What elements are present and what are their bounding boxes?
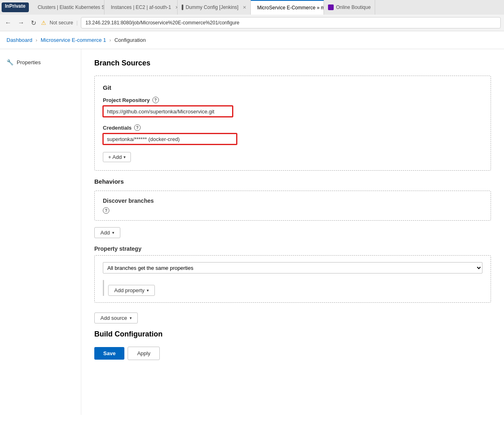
dummy-favicon [182,4,183,10]
not-secure-label: Not secure [50,20,73,26]
credentials-help-icon[interactable]: ? [134,124,141,131]
sidebar: 🔧 Properties [0,49,81,415]
project-repo-field-group: Project Repository ? [103,97,482,117]
property-strategy-box: All branches get the same properties Add… [94,255,491,303]
add-behaviors-button[interactable]: Add ▾ [94,227,120,238]
property-strategy-label: Property strategy [94,245,491,252]
breadcrumb-sep-2: › [109,37,111,43]
properties-icon: 🔧 [7,59,13,65]
tab-dummy[interactable]: Dummy Config [Jenkins] ✕ [178,0,251,15]
credentials-field-group: Credentials ? [103,124,482,145]
add-property-caret-icon: ▾ [147,288,149,293]
security-warning-icon: ⚠ [41,20,46,26]
credentials-input[interactable] [103,133,237,145]
apply-button[interactable]: Apply [128,347,160,360]
sidebar-item-properties[interactable]: 🔧 Properties [0,56,81,69]
breadcrumb-microservice[interactable]: Microservice E-commerce 1 [41,37,106,43]
breadcrumb-dashboard[interactable]: Dashboard [7,37,33,43]
discover-branches-box: Discover branches ? [94,191,491,221]
breadcrumb-current: Configuration [114,37,146,43]
address-input[interactable] [81,17,501,28]
property-strategy-section: Property strategy All branches get the s… [94,245,491,303]
behaviors-title: Behaviors [94,178,491,185]
address-bar: ← → ↻ ⚠ Not secure | [0,15,504,31]
add-button[interactable]: + Add ▾ [103,152,131,162]
property-strategy-select[interactable]: All branches get the same properties [103,262,482,273]
actions-row: Save Apply [94,347,491,360]
add-source-button[interactable]: Add source ▾ [94,312,138,323]
discover-branches-label: Discover branches [103,197,482,204]
forward-button[interactable]: → [16,17,26,28]
app-body: 🔧 Properties Branch Sources Git Project … [0,49,504,415]
add-property-button[interactable]: Add property ▾ [108,285,155,296]
tab-clusters-label: Clusters | Elastic Kubernetes Ser... [38,4,104,10]
project-repo-help-icon[interactable]: ? [152,97,159,103]
tab-microservice-label: MicroService E-Commerce » mai... [257,5,324,11]
project-repo-input[interactable] [103,106,233,117]
behaviors-section: Behaviors Discover branches ? Add ▾ [94,178,491,245]
build-config-title: Build Configuration [94,330,491,339]
credentials-label: Credentials ? [103,124,482,131]
git-label: Git [103,84,482,91]
tab-microservice[interactable]: MicroService E-Commerce » mai... ✕ [251,0,324,15]
tab-instances-label: Instances | EC2 | af-south-1 [111,4,171,10]
add-property-container: Add property ▾ [103,280,482,296]
git-dashed-box: Git Project Repository ? Credentials ? [94,76,491,171]
browser-chrome: InPrivate Clusters | Elastic Kubernetes … [0,0,504,31]
save-button[interactable]: Save [94,347,124,360]
main-content: Branch Sources Git Project Repository ? … [81,49,504,415]
address-separator: | [76,20,78,26]
inprivate-badge: InPrivate [2,2,29,12]
add-behaviors-caret-icon: ▾ [112,230,114,235]
tab-clusters[interactable]: Clusters | Elastic Kubernetes Ser... ✕ [31,0,104,15]
app-header: Dashboard › Microservice E-commerce 1 › … [0,31,504,49]
refresh-button[interactable]: ↻ [29,17,38,28]
tab-online-label: Online Boutique [336,4,371,10]
tab-instances[interactable]: Instances | EC2 | af-south-1 ✕ [104,0,178,15]
tab-online[interactable]: Online Boutique [324,0,375,15]
branch-sources-title: Branch Sources [94,59,491,67]
online-favicon [328,4,334,10]
tab-bar: InPrivate Clusters | Elastic Kubernetes … [0,0,504,15]
breadcrumb-sep-1: › [36,37,37,43]
tab-dummy-label: Dummy Config [Jenkins] [186,4,239,10]
back-button[interactable]: ← [3,17,13,28]
project-repo-label: Project Repository ? [103,97,482,103]
discover-branches-help-icon[interactable]: ? [103,207,109,214]
add-caret-icon: ▾ [124,155,126,159]
add-source-caret-icon: ▾ [130,316,132,320]
breadcrumb: Dashboard › Microservice E-commerce 1 › … [7,37,146,43]
sidebar-properties-label: Properties [17,59,41,65]
tab-dummy-close[interactable]: ✕ [243,5,246,10]
